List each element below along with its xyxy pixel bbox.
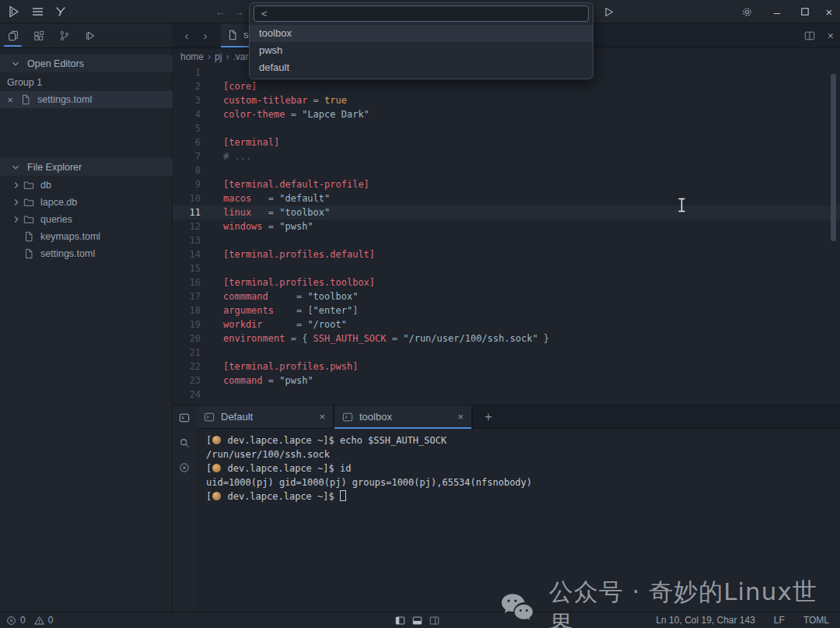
activity-tab-debug[interactable] xyxy=(77,23,103,47)
run-icon[interactable] xyxy=(599,0,619,23)
editor-scrollbar[interactable] xyxy=(831,74,836,241)
chevron-right-icon xyxy=(11,214,22,225)
terminal-line-4: uid=1000(pj) gid=1000(pj) groups=1000(pj… xyxy=(206,475,840,489)
tab-nav-forward-icon[interactable]: › xyxy=(196,23,215,47)
palette-item-default[interactable]: default xyxy=(250,59,593,76)
code-line-13[interactable]: 13 xyxy=(173,233,840,247)
code-line-11[interactable]: 11linux = "toolbox" xyxy=(173,205,840,219)
explorer-item-settings.toml[interactable]: settings.toml xyxy=(0,245,173,262)
code-line-23[interactable]: 23command = "pwsh" xyxy=(173,374,840,388)
code-line-19[interactable]: 19workdir = "/root" xyxy=(173,318,840,332)
code-text: workdir = "/root" xyxy=(201,318,347,332)
code-line-12[interactable]: 12windows = "pwsh" xyxy=(173,219,840,233)
remote-connection-icon[interactable] xyxy=(50,0,72,23)
breadcrumb-item-pj[interactable]: pj xyxy=(215,51,222,62)
code-line-5[interactable]: 5 xyxy=(173,121,840,135)
code-text: linux = "toolbox" xyxy=(201,205,330,219)
error-count-icon xyxy=(6,616,16,626)
breadcrumb-item-home[interactable]: home xyxy=(180,51,204,62)
file-explorer-list: dblapce.dbquerieskeymaps.tomlsettings.to… xyxy=(0,177,173,262)
line-number: 20 xyxy=(173,332,201,346)
explorer-item-queries[interactable]: queries xyxy=(0,211,173,228)
lapce-logo-icon[interactable] xyxy=(3,0,25,23)
code-text: command = "pwsh" xyxy=(201,374,313,388)
palette-query: < xyxy=(261,8,268,19)
code-editor[interactable]: 12[core]3custom-titlebar = true4color-th… xyxy=(173,65,840,405)
line-number: 12 xyxy=(173,219,201,233)
sidebar: Open Editors Group 1 ×settings.toml File… xyxy=(0,48,173,612)
breadcrumb-item-.var[interactable]: .var xyxy=(233,51,248,62)
close-button[interactable]: × xyxy=(818,0,840,23)
explorer-item-db[interactable]: db xyxy=(0,177,173,194)
code-line-8[interactable]: 8 xyxy=(173,163,840,177)
toggle-left-panel-icon[interactable] xyxy=(395,616,405,626)
terminal-tabbar: Default×toolbox×+ xyxy=(196,405,840,429)
debug-run-icon xyxy=(85,30,96,41)
code-text: [terminal] xyxy=(201,135,279,149)
lapce-window: ← → – × Open Editors G xyxy=(0,0,840,628)
open-editors-header[interactable]: Open Editors xyxy=(0,54,173,72)
tab-nav-back-icon[interactable]: ‹ xyxy=(177,23,196,47)
explorer-item-lapce.db[interactable]: lapce.db xyxy=(0,194,173,211)
menu-icon[interactable] xyxy=(26,0,48,23)
toolbox-prompt-icon xyxy=(212,464,221,472)
close-panel-icon[interactable]: × xyxy=(828,30,834,42)
problems-panel-icon[interactable] xyxy=(179,462,190,473)
code-line-9[interactable]: 9[terminal.default-profile] xyxy=(173,177,840,191)
line-number: 18 xyxy=(173,303,201,318)
code-line-2[interactable]: 2[core] xyxy=(173,79,840,93)
minimize-button[interactable]: – xyxy=(765,0,789,23)
maximize-button[interactable] xyxy=(793,0,817,23)
palette-input[interactable]: < xyxy=(254,5,589,22)
palette-item-pwsh[interactable]: pwsh xyxy=(250,42,593,59)
code-line-14[interactable]: 14[terminal.profiles.default] xyxy=(173,247,840,261)
code-line-21[interactable]: 21 xyxy=(173,346,840,360)
activity-tab-plugins[interactable] xyxy=(26,23,51,47)
nav-back-icon[interactable]: ← xyxy=(212,0,229,23)
files-icon xyxy=(8,30,19,41)
nav-forward-icon[interactable]: → xyxy=(230,0,247,23)
line-number: 11 xyxy=(173,205,201,219)
close-file-icon[interactable]: × xyxy=(0,94,20,106)
problem-counts[interactable]: 0 0 xyxy=(6,615,53,626)
toggle-bottom-panel-icon[interactable] xyxy=(412,616,422,626)
mouse-ibeam-cursor xyxy=(677,198,686,212)
line-number: 3 xyxy=(173,93,201,107)
palette-item-toolbox[interactable]: toolbox xyxy=(250,25,593,42)
settings-gear-icon[interactable] xyxy=(736,0,758,23)
code-line-24[interactable]: 24 xyxy=(173,388,840,402)
file-explorer-header[interactable]: File Explorer xyxy=(0,158,173,176)
activity-tab-source-control[interactable] xyxy=(51,23,77,47)
wechat-logo-icon xyxy=(500,592,539,625)
code-line-6[interactable]: 6[terminal] xyxy=(173,135,840,149)
terminal-tab-close-icon[interactable]: × xyxy=(457,411,464,423)
code-line-22[interactable]: 22[terminal.profiles.pwsh] xyxy=(173,360,840,374)
terminal-tab-Default[interactable]: Default× xyxy=(196,405,334,428)
code-line-10[interactable]: 10macos = "default" xyxy=(173,191,840,205)
terminal-panel-icon[interactable] xyxy=(179,412,190,423)
activity-tab-explorer[interactable] xyxy=(0,23,26,47)
code-line-20[interactable]: 20environment = { SSH_AUTH_SOCK = "/run/… xyxy=(173,332,840,346)
code-text: arguments = ["enter"] xyxy=(201,303,358,318)
file-icon xyxy=(23,248,34,259)
new-terminal-button[interactable]: + xyxy=(473,405,504,428)
line-number: 9 xyxy=(173,177,201,191)
search-panel-icon[interactable] xyxy=(179,437,190,448)
open-editor-settings.toml[interactable]: ×settings.toml xyxy=(0,91,173,108)
code-line-7[interactable]: 7# ... xyxy=(173,149,840,163)
split-editor-icon[interactable] xyxy=(804,30,815,41)
code-line-15[interactable]: 15 xyxy=(173,261,840,275)
terminal-tab-toolbox[interactable]: toolbox× xyxy=(334,405,473,428)
folder-icon xyxy=(23,180,34,191)
toggle-right-panel-icon[interactable] xyxy=(429,616,439,626)
code-line-3[interactable]: 3custom-titlebar = true xyxy=(173,93,840,107)
terminal-tab-close-icon[interactable]: × xyxy=(319,411,325,423)
code-line-16[interactable]: 16[terminal.profiles.toolbox] xyxy=(173,275,840,289)
code-text xyxy=(201,233,223,247)
code-line-4[interactable]: 4color-theme = "Lapce Dark" xyxy=(173,107,840,121)
code-text xyxy=(201,388,223,402)
explorer-item-keymaps.toml[interactable]: keymaps.toml xyxy=(0,228,173,245)
breadcrumb-separator: › xyxy=(208,51,211,62)
code-line-17[interactable]: 17commmand = "toolbox" xyxy=(173,289,840,303)
code-line-18[interactable]: 18arguments = ["enter"] xyxy=(173,303,840,318)
